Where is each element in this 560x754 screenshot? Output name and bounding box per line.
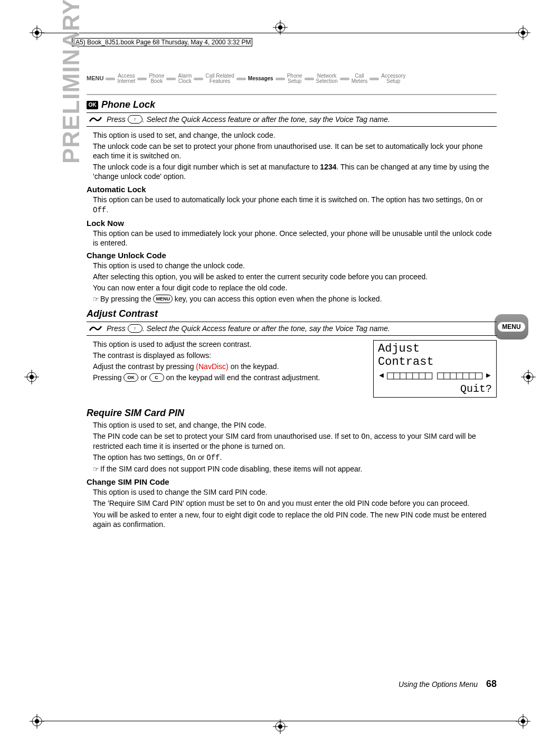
- require-sim-note: ☞If the SIM card does not support PIN co…: [93, 465, 497, 474]
- change-sim-pin-p1: This option is used to change the SIM ca…: [93, 488, 497, 497]
- menu-thumb-tab-label: MENU: [498, 322, 525, 332]
- menu-item-bottom: Setup: [288, 79, 301, 84]
- crop-line: [42, 33, 517, 33]
- adjust-contrast-p1: This option is used to adjust the screen…: [93, 340, 350, 350]
- require-sim-heading-text: Require SIM Card PIN: [87, 408, 184, 419]
- quick-access-icon: [89, 115, 102, 124]
- change-unlock-p3: You can now enter a four digit code to r…: [93, 284, 497, 293]
- adjust-contrast-heading: Adjust Contrast: [87, 308, 497, 319]
- lcd-line1: Adjust: [378, 343, 492, 355]
- menu-separator-icon: [276, 78, 285, 80]
- menu-separator-icon: [194, 78, 203, 80]
- registration-mark-icon: [516, 25, 530, 40]
- change-unlock-note: ☞By pressing the MENU key, you can acces…: [93, 295, 497, 304]
- lock-now-heading: Lock Now: [87, 219, 497, 228]
- crop-line: [42, 721, 517, 721]
- change-unlock-code-heading: Change Unlock Code: [87, 251, 497, 260]
- registration-mark-icon: [521, 370, 536, 384]
- menu-thumb-tab: MENU: [495, 314, 528, 340]
- adjust-contrast-p4: Pressing OK or C on the keypad will end …: [93, 373, 350, 383]
- lcd-quit: Quit?: [378, 383, 492, 395]
- menu-separator-icon: [369, 78, 379, 80]
- registration-mark-icon: [24, 370, 39, 384]
- require-sim-p1: This option is used to set, and change, …: [93, 421, 497, 430]
- change-sim-pin-p2: The 'Require SIM Card PIN' option must b…: [93, 499, 497, 509]
- menu-item-bottom: Setup: [386, 79, 400, 84]
- adjust-contrast-p3: Adjust the contrast by pressing (NavDisc…: [93, 362, 350, 372]
- page-slug: (A5) Book_8J51.book Page 68 Thursday, Ma…: [72, 38, 252, 46]
- phone-lock-p2: The unlock code can be set to protect yo…: [93, 142, 497, 161]
- menu-underline: [87, 94, 497, 95]
- quick-access-text: Press ↑. Select the Quick Access feature…: [107, 115, 390, 124]
- lcd-screen: Adjust Contrast ◂ ▸ Quit?: [373, 340, 497, 398]
- menu-item-bottom: Selection: [316, 79, 338, 84]
- require-sim-heading: Require SIM Card PIN: [87, 408, 497, 419]
- menu-separator-icon: [340, 78, 349, 80]
- phone-lock-p1: This option is used to set, and change, …: [93, 131, 497, 140]
- up-key-icon: ↑: [128, 115, 143, 124]
- menu-breadcrumb: MENU AccessInternetPhoneBookAlarmClockCa…: [87, 69, 497, 89]
- require-sim-p3: The option has two settings, On or Off.: [93, 453, 497, 463]
- quick-access-icon: [89, 324, 102, 333]
- menu-item-bottom: Internet: [117, 79, 135, 84]
- registration-mark-icon: [273, 719, 288, 734]
- quick-access-row: Press ↑. Select the Quick Access feature…: [87, 112, 497, 127]
- quick-access-row: Press ↑. Select the Quick Access feature…: [87, 322, 497, 336]
- menu-label: MENU: [87, 76, 103, 82]
- change-unlock-p1: This option is used to change the unlock…: [93, 261, 497, 271]
- phone-lock-heading: OK Phone Lock: [87, 99, 497, 110]
- registration-mark-icon: [30, 714, 44, 729]
- menu-item: Messages: [248, 76, 273, 82]
- menu-item-bottom: Clock: [178, 79, 192, 84]
- menu-item: AccessorySetup: [381, 73, 405, 84]
- phone-lock-p3: The unlock code is a four digit number w…: [93, 163, 497, 182]
- menu-item: PhoneSetup: [287, 73, 302, 84]
- up-key-icon: ↑: [128, 324, 143, 333]
- automatic-lock-heading: Automatic Lock: [87, 185, 497, 194]
- menu-item: NetworkSelection: [316, 73, 338, 84]
- menu-item-bottom: Meters: [352, 79, 368, 84]
- menu-key-icon: MENU: [153, 295, 173, 303]
- menu-separator-icon: [305, 78, 314, 80]
- lcd-slider-icon: ◂ ▸: [378, 370, 492, 382]
- menu-item: AccessInternet: [117, 73, 135, 84]
- change-unlock-p2: After selecting this option, you will be…: [93, 272, 497, 282]
- page-number: 68: [486, 678, 497, 689]
- menu-item: Call RelatedFeatures: [205, 73, 234, 84]
- note-icon: ☞: [93, 295, 99, 304]
- adjust-contrast-p2: The contrast is displayed as follows:: [93, 351, 350, 361]
- menu-item: PhoneBook: [149, 73, 164, 84]
- menu-separator-icon: [236, 78, 246, 80]
- c-key-icon: C: [149, 373, 164, 382]
- menu-item: AlarmClock: [178, 73, 192, 84]
- footer-label: Using the Options Menu: [398, 680, 478, 689]
- menu-separator-icon: [137, 78, 147, 80]
- menu-separator-icon: [166, 78, 176, 80]
- ok-key-icon: OK: [124, 373, 138, 382]
- require-sim-p2: The PIN code can be set to protect your …: [93, 432, 497, 451]
- ok-badge-icon: OK: [87, 101, 98, 109]
- page-footer: Using the Options Menu 68: [398, 678, 497, 690]
- lcd-line2: Contrast: [378, 356, 492, 369]
- menu-item-bottom: Features: [210, 79, 230, 84]
- registration-mark-icon: [516, 714, 530, 729]
- lock-now-p: This option can be used to immediately l…: [93, 229, 497, 248]
- menu-separator-icon: [106, 78, 115, 80]
- change-sim-pin-p3: You will be asked to enter a new, four t…: [93, 511, 497, 530]
- menu-item-top: Messages: [248, 76, 273, 82]
- note-icon: ☞: [93, 465, 99, 474]
- menu-item-bottom: Book: [150, 79, 163, 84]
- menu-item: CallMeters: [352, 73, 368, 84]
- phone-lock-heading-text: Phone Lock: [101, 99, 155, 110]
- automatic-lock-p: This option can be used to automatically…: [93, 195, 497, 215]
- quick-access-text: Press ↑. Select the Quick Access feature…: [107, 324, 390, 333]
- change-sim-pin-heading: Change SIM PIN Code: [87, 477, 497, 486]
- preliminary-watermark: PRELIMINARY: [58, 0, 84, 164]
- adjust-contrast-heading-text: Adjust Contrast: [87, 308, 158, 319]
